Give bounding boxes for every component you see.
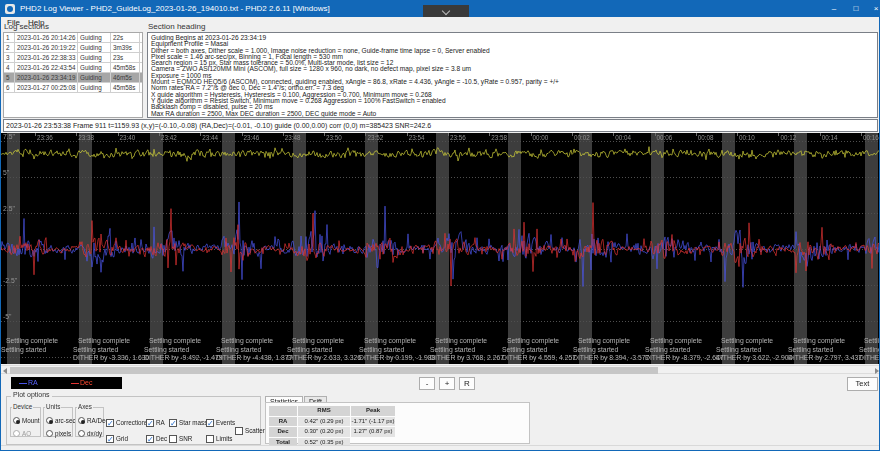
log-cell: 2023-01-26 20:19:22 (15, 43, 78, 52)
group-label-units: Units (45, 403, 61, 410)
maximize-button[interactable]: □ (847, 1, 865, 17)
stats-col-header: Peak (351, 406, 395, 416)
scrollbar-thumb[interactable] (10, 367, 658, 374)
settling-complete-label: Settling complete (864, 337, 880, 344)
stats-rms-value: 0.42" (0.29 px) (298, 417, 350, 427)
log-cell: Guiding (78, 43, 111, 52)
chevron-down-icon (442, 7, 450, 15)
settling-started-label: Settling started (859, 346, 880, 353)
checkbox-label: Grid (116, 435, 128, 442)
ra-line-swatch (19, 383, 27, 384)
checkbox-dec[interactable]: ✓Dec (146, 429, 167, 438)
log-cell: 3 (4, 53, 15, 62)
scroll-right-icon[interactable] (875, 368, 879, 374)
scroll-left-icon[interactable] (3, 368, 7, 374)
checkbox-icon[interactable]: ✓ (146, 435, 154, 443)
y-axis-label: 5" (3, 169, 9, 176)
checkbox-star-mass[interactable]: ✓Star mass (169, 413, 207, 422)
radio-pixels[interactable]: pixels (46, 424, 71, 433)
stats-rms-value: 0.30" (0.20 px) (298, 427, 350, 437)
radio-dx-dy[interactable]: dx/dy (78, 424, 102, 433)
log-section-row[interactable]: 32023-01-26 22:38:33Guiding23s (4, 53, 142, 63)
time-axis-label: 23:38 (78, 134, 94, 141)
settling-complete-label: Settling complete (364, 337, 416, 344)
checkbox-grid[interactable]: ✓Grid (106, 429, 128, 438)
radio-mount[interactable]: Mount (13, 411, 40, 420)
frame-status-box: 2023-01-26 23:53:38 Frame 911 t=1159.93 … (3, 119, 878, 132)
reset-zoom-button[interactable]: R (459, 377, 475, 390)
checkbox-label: RA (156, 419, 165, 426)
checkbox-icon[interactable] (235, 427, 243, 435)
settling-complete-label: Settling complete (793, 337, 845, 344)
dec-line-swatch (71, 383, 79, 384)
checkbox-icon[interactable]: ✓ (106, 435, 114, 443)
dither-label: DITHER by 2.797, 3.437 (788, 354, 862, 361)
log-cell: 4 (4, 63, 15, 72)
checkbox-snr[interactable]: SNR (169, 429, 192, 438)
log-section-row[interactable]: 12023-01-26 20:14:26Guiding22s (4, 33, 142, 43)
checkbox-icon[interactable] (169, 435, 177, 443)
time-axis-label: 00:10 (739, 134, 755, 141)
checkbox-icon[interactable]: ✓ (206, 419, 214, 427)
log-cell: 1 (4, 33, 15, 42)
settling-started-label: Settling started (359, 346, 404, 353)
checkbox-icon[interactable]: ✓ (106, 419, 114, 427)
checkbox-icon[interactable]: ✓ (169, 419, 177, 427)
radio-label: pixels (55, 430, 71, 437)
log-section-row[interactable]: 42023-01-26 22:43:54Guiding45m58s (4, 63, 142, 73)
stats-table: RMSPeakRA0.42" (0.29 px)-1.71" (-1.17 px… (269, 406, 395, 447)
time-axis-label: 23:56 (450, 134, 466, 141)
dither-label: DITHER by -8.379, -2.647 (645, 354, 724, 361)
plot-options-label: Plot options (11, 391, 52, 398)
section-heading-label: Section heading (148, 22, 205, 31)
log-cell: 22s (111, 33, 140, 42)
time-axis-label: 23:52 (367, 134, 383, 141)
checkbox-label: Corrections (116, 419, 148, 426)
log-cell: Guiding (78, 33, 111, 42)
dither-label: DITHER by -3.336, 1.630 (73, 354, 149, 361)
section-heading-text: Guiding Begins at 2023-01-26 23:34:19Equ… (147, 32, 878, 118)
checkbox-corrections[interactable]: ✓Corrections (106, 413, 148, 422)
close-button[interactable]: × (869, 1, 880, 17)
radio-ra-dec[interactable]: RA/Dec (78, 411, 109, 420)
log-section-row[interactable]: 52023-01-26 23:34:19Guiding46m5s (4, 73, 142, 83)
radio-arc-sec[interactable]: arc-sec (46, 411, 76, 420)
y-axis-label: 2.5" (3, 205, 15, 212)
stats-tab-strip: StatisticsDrift (265, 390, 328, 402)
log-section-row[interactable]: 62023-01-27 00:25:08Guiding45m58s (4, 83, 142, 93)
y-axis-label: -5" (3, 313, 11, 320)
settling-started-label: Settling started (1, 346, 46, 353)
dither-label: DITHER by -9.492, -1.479 (144, 354, 223, 361)
log-cell: 2023-01-26 22:38:33 (15, 53, 78, 62)
settling-started-label: Settling started (430, 346, 475, 353)
checkbox-events[interactable]: ✓Events (206, 413, 235, 422)
settling-complete-label: Settling complete (578, 337, 630, 344)
stats-panel: RMSPeakRA0.42" (0.29 px)-1.71" (-1.17 px… (265, 402, 530, 444)
vscale-plus-button[interactable]: + (439, 377, 455, 390)
plot-options-group: DeviceMountAOUnitsarc-secpixelsAxesRA/De… (6, 396, 261, 445)
checkbox-icon[interactable] (206, 435, 214, 443)
time-axis-label: 23:40 (120, 134, 136, 141)
minimize-button[interactable]: – (825, 1, 843, 17)
vscale-minus-button[interactable]: - (419, 377, 435, 390)
guide-chart-canvas[interactable] (1, 133, 880, 364)
stats-peak-value: -1.71" (-1.17 px) (351, 417, 395, 427)
time-axis-label: 23:42 (161, 134, 177, 141)
checkbox-ra[interactable]: ✓RA (146, 413, 165, 422)
text-view-button[interactable]: Text (847, 377, 878, 391)
dither-label: DITHER by 3.768, 2.267 (430, 354, 504, 361)
checkbox-icon[interactable]: ✓ (146, 419, 154, 427)
log-section-row[interactable]: 22023-01-26 20:19:22Guiding3m39s (4, 43, 142, 53)
checkbox-scatter[interactable]: Scatter (235, 421, 265, 430)
log-cell: Guiding (78, 73, 111, 82)
time-axis-label: 00:02 (574, 134, 590, 141)
menu-bar: File Help (1, 17, 880, 28)
settling-started-label: Settling started (144, 346, 189, 353)
time-axis-label: 23:44 (202, 134, 218, 141)
chart-hscrollbar[interactable] (1, 365, 880, 374)
guide-chart[interactable]: 23:3623:3823:4023:4223:4423:4623:4823:50… (1, 133, 880, 364)
dither-label: DITHER by 4.559, 4.257 (502, 354, 576, 361)
checkbox-limits[interactable]: Limits (206, 429, 232, 438)
radio-ao[interactable]: AO (13, 424, 31, 433)
log-cell: 45m58s (111, 83, 140, 92)
